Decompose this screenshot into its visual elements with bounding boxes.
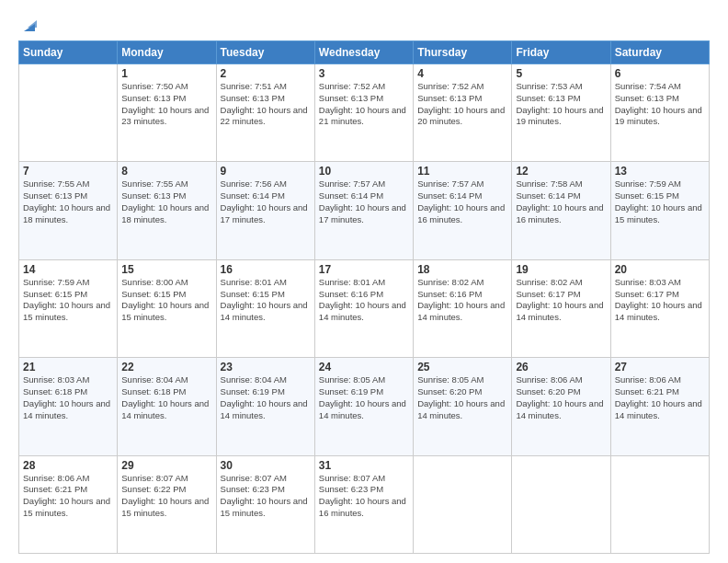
- day-number: 20: [615, 263, 705, 276]
- day-info: Sunrise: 8:07 AM Sunset: 6:23 PM Dayligh…: [319, 473, 409, 520]
- day-info: Sunrise: 7:58 AM Sunset: 6:14 PM Dayligh…: [516, 178, 606, 225]
- day-cell: 27Sunrise: 8:06 AM Sunset: 6:21 PM Dayli…: [610, 358, 709, 455]
- col-header-monday: Monday: [118, 41, 216, 64]
- day-number: 5: [516, 67, 606, 80]
- day-number: 16: [221, 263, 311, 276]
- week-row-5: 28Sunrise: 8:06 AM Sunset: 6:21 PM Dayli…: [19, 455, 710, 553]
- day-cell: 26Sunrise: 8:06 AM Sunset: 6:20 PM Dayli…: [512, 358, 610, 455]
- day-number: 28: [23, 459, 113, 472]
- day-info: Sunrise: 7:59 AM Sunset: 6:15 PM Dayligh…: [23, 277, 113, 324]
- day-number: 14: [23, 263, 113, 276]
- day-cell: 4Sunrise: 7:52 AM Sunset: 6:13 PM Daylig…: [414, 64, 512, 162]
- day-info: Sunrise: 8:06 AM Sunset: 6:21 PM Dayligh…: [615, 374, 705, 421]
- day-info: Sunrise: 7:52 AM Sunset: 6:13 PM Dayligh…: [319, 81, 409, 128]
- col-header-thursday: Thursday: [414, 41, 512, 64]
- day-number: 7: [23, 165, 113, 178]
- week-row-2: 7Sunrise: 7:55 AM Sunset: 6:13 PM Daylig…: [19, 162, 710, 259]
- day-info: Sunrise: 8:04 AM Sunset: 6:19 PM Dayligh…: [221, 374, 311, 421]
- day-info: Sunrise: 8:02 AM Sunset: 6:17 PM Dayligh…: [516, 277, 606, 324]
- day-cell: 13Sunrise: 7:59 AM Sunset: 6:15 PM Dayli…: [610, 162, 709, 259]
- day-cell: 12Sunrise: 7:58 AM Sunset: 6:14 PM Dayli…: [512, 162, 610, 259]
- day-number: 6: [615, 67, 705, 80]
- day-cell: 31Sunrise: 8:07 AM Sunset: 6:23 PM Dayli…: [314, 455, 413, 553]
- day-cell: 7Sunrise: 7:55 AM Sunset: 6:13 PM Daylig…: [19, 162, 118, 259]
- day-number: 17: [319, 263, 409, 276]
- day-info: Sunrise: 8:07 AM Sunset: 6:23 PM Dayligh…: [221, 473, 311, 520]
- day-number: 23: [221, 361, 311, 373]
- col-header-friday: Friday: [512, 41, 610, 64]
- day-cell: 11Sunrise: 7:57 AM Sunset: 6:14 PM Dayli…: [414, 162, 512, 259]
- day-info: Sunrise: 7:54 AM Sunset: 6:13 PM Dayligh…: [615, 81, 705, 128]
- day-number: 19: [516, 263, 606, 276]
- day-cell: 1Sunrise: 7:50 AM Sunset: 6:13 PM Daylig…: [118, 64, 216, 162]
- day-cell: 18Sunrise: 8:02 AM Sunset: 6:16 PM Dayli…: [414, 259, 512, 357]
- day-cell: 17Sunrise: 8:01 AM Sunset: 6:16 PM Dayli…: [314, 259, 413, 357]
- day-cell: [414, 455, 512, 553]
- calendar-header-row: SundayMondayTuesdayWednesdayThursdayFrid…: [19, 41, 710, 64]
- day-cell: 3Sunrise: 7:52 AM Sunset: 6:13 PM Daylig…: [314, 64, 413, 162]
- day-cell: 6Sunrise: 7:54 AM Sunset: 6:13 PM Daylig…: [610, 64, 709, 162]
- day-cell: 21Sunrise: 8:03 AM Sunset: 6:18 PM Dayli…: [19, 358, 118, 455]
- day-number: 18: [417, 263, 507, 276]
- col-header-wednesday: Wednesday: [314, 41, 413, 64]
- day-cell: 19Sunrise: 8:02 AM Sunset: 6:17 PM Dayli…: [512, 259, 610, 357]
- day-info: Sunrise: 7:53 AM Sunset: 6:13 PM Dayligh…: [516, 81, 606, 128]
- header: [18, 17, 710, 31]
- day-cell: 14Sunrise: 7:59 AM Sunset: 6:15 PM Dayli…: [19, 259, 118, 357]
- col-header-saturday: Saturday: [610, 41, 709, 64]
- day-info: Sunrise: 7:59 AM Sunset: 6:15 PM Dayligh…: [615, 178, 705, 225]
- day-number: 9: [221, 165, 311, 178]
- day-cell: 28Sunrise: 8:06 AM Sunset: 6:21 PM Dayli…: [19, 455, 118, 553]
- day-cell: 8Sunrise: 7:55 AM Sunset: 6:13 PM Daylig…: [118, 162, 216, 259]
- day-info: Sunrise: 7:55 AM Sunset: 6:13 PM Dayligh…: [121, 178, 211, 225]
- day-number: 13: [615, 165, 705, 178]
- day-number: 12: [516, 165, 606, 178]
- day-cell: 25Sunrise: 8:05 AM Sunset: 6:20 PM Dayli…: [414, 358, 512, 455]
- day-cell: 29Sunrise: 8:07 AM Sunset: 6:22 PM Dayli…: [118, 455, 216, 553]
- day-cell: 30Sunrise: 8:07 AM Sunset: 6:23 PM Dayli…: [216, 455, 314, 553]
- day-info: Sunrise: 8:06 AM Sunset: 6:21 PM Dayligh…: [23, 473, 113, 520]
- day-info: Sunrise: 8:07 AM Sunset: 6:22 PM Dayligh…: [121, 473, 211, 520]
- day-number: 31: [319, 459, 409, 472]
- logo: [18, 17, 39, 31]
- svg-marker-1: [28, 20, 37, 28]
- calendar-table: SundayMondayTuesdayWednesdayThursdayFrid…: [18, 40, 710, 554]
- day-cell: [512, 455, 610, 553]
- day-number: 4: [417, 67, 507, 80]
- page: SundayMondayTuesdayWednesdayThursdayFrid…: [0, 0, 728, 563]
- day-cell: 15Sunrise: 8:00 AM Sunset: 6:15 PM Dayli…: [118, 259, 216, 357]
- day-info: Sunrise: 8:04 AM Sunset: 6:18 PM Dayligh…: [121, 374, 211, 421]
- day-cell: 10Sunrise: 7:57 AM Sunset: 6:14 PM Dayli…: [314, 162, 413, 259]
- day-number: 26: [516, 361, 606, 373]
- day-number: 10: [319, 165, 409, 178]
- day-number: 3: [319, 67, 409, 80]
- day-info: Sunrise: 8:03 AM Sunset: 6:17 PM Dayligh…: [615, 277, 705, 324]
- day-number: 29: [121, 459, 211, 472]
- day-info: Sunrise: 8:00 AM Sunset: 6:15 PM Dayligh…: [121, 277, 211, 324]
- day-cell: 20Sunrise: 8:03 AM Sunset: 6:17 PM Dayli…: [610, 259, 709, 357]
- day-cell: [19, 64, 118, 162]
- day-number: 15: [121, 263, 211, 276]
- day-cell: 2Sunrise: 7:51 AM Sunset: 6:13 PM Daylig…: [216, 64, 314, 162]
- day-info: Sunrise: 8:01 AM Sunset: 6:15 PM Dayligh…: [221, 277, 311, 324]
- week-row-4: 21Sunrise: 8:03 AM Sunset: 6:18 PM Dayli…: [19, 358, 710, 455]
- day-info: Sunrise: 8:01 AM Sunset: 6:16 PM Dayligh…: [319, 277, 409, 324]
- day-cell: 9Sunrise: 7:56 AM Sunset: 6:14 PM Daylig…: [216, 162, 314, 259]
- day-number: 8: [121, 165, 211, 178]
- day-number: 2: [221, 67, 311, 80]
- day-info: Sunrise: 8:02 AM Sunset: 6:16 PM Dayligh…: [417, 277, 507, 324]
- day-info: Sunrise: 7:51 AM Sunset: 6:13 PM Dayligh…: [221, 81, 311, 128]
- day-number: 21: [23, 361, 113, 373]
- day-number: 22: [121, 361, 211, 373]
- day-info: Sunrise: 7:55 AM Sunset: 6:13 PM Dayligh…: [23, 178, 113, 225]
- day-info: Sunrise: 8:05 AM Sunset: 6:19 PM Dayligh…: [319, 374, 409, 421]
- week-row-3: 14Sunrise: 7:59 AM Sunset: 6:15 PM Dayli…: [19, 259, 710, 357]
- day-cell: [610, 455, 709, 553]
- day-info: Sunrise: 8:03 AM Sunset: 6:18 PM Dayligh…: [23, 374, 113, 421]
- day-number: 24: [319, 361, 409, 373]
- day-cell: 23Sunrise: 8:04 AM Sunset: 6:19 PM Dayli…: [216, 358, 314, 455]
- day-info: Sunrise: 8:05 AM Sunset: 6:20 PM Dayligh…: [417, 374, 507, 421]
- logo-triangle-icon: [20, 17, 39, 35]
- day-cell: 5Sunrise: 7:53 AM Sunset: 6:13 PM Daylig…: [512, 64, 610, 162]
- day-info: Sunrise: 7:57 AM Sunset: 6:14 PM Dayligh…: [417, 178, 507, 225]
